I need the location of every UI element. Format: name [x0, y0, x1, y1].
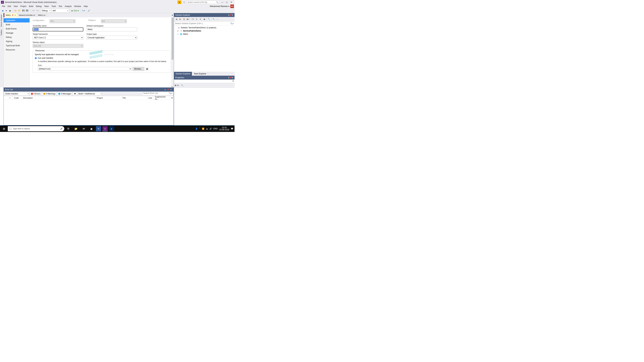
doc-tab-valuescontroller[interactable]: ValuesController.cs: [17, 13, 37, 17]
redo-button[interactable]: ↷▾: [35, 9, 39, 13]
error-list-search[interactable]: Search Error List🔍▾: [142, 92, 173, 96]
ptab-signing[interactable]: Signing: [4, 39, 30, 44]
server-explorer-tab[interactable]: Server Explorer: [0, 13, 2, 28]
ptab-build-events[interactable]: Build Events: [4, 27, 30, 31]
sync-button[interactable]: ◧▾: [186, 18, 190, 21]
errors-filter[interactable]: ✕0 Errors: [30, 92, 42, 96]
menu-help[interactable]: Help: [82, 4, 89, 8]
volume-icon[interactable]: 🔊: [210, 128, 212, 130]
start-debug-button[interactable]: ▶ Start ▾: [70, 10, 80, 12]
browse-icon-button[interactable]: Browse...: [132, 67, 144, 71]
ptab-package[interactable]: Package: [4, 31, 30, 35]
assembly-name-input[interactable]: [33, 28, 83, 31]
pin-icon[interactable]: 📌: [166, 89, 170, 91]
solution-explorer-search[interactable]: Search Solution Explorer (Ctrl+;) 🔍▾: [174, 22, 234, 25]
alphabetical-button[interactable]: A↓: [177, 84, 180, 87]
solution-platform-combo[interactable]: x64: [51, 9, 69, 13]
word-icon[interactable]: W: [96, 126, 101, 131]
show-all-button[interactable]: ⧉: [199, 18, 202, 21]
menu-analyze[interactable]: Analyze: [64, 4, 73, 8]
minimize-button[interactable]: —: [220, 1, 224, 4]
mail-icon[interactable]: ✉: [80, 126, 88, 132]
menu-team[interactable]: Team: [43, 4, 50, 8]
menu-edit[interactable]: Edit: [6, 4, 12, 8]
nav-fwd-button[interactable]: ▾: [4, 9, 8, 13]
col-suppression[interactable]: Suppression St...: [154, 96, 170, 100]
menu-debug[interactable]: Debug: [34, 4, 43, 8]
chrome-icon[interactable]: ◉: [88, 126, 95, 132]
close-panel-icon[interactable]: ✕: [232, 77, 233, 79]
menu-window[interactable]: Window: [73, 4, 82, 8]
close-button[interactable]: ✕: [229, 1, 234, 4]
clear-filter-button[interactable]: ✖: [73, 92, 77, 96]
project-sf-node[interactable]: ▷ ✶ ServiceFabricDemo: [174, 29, 234, 33]
col-project[interactable]: Project: [96, 96, 121, 100]
back-button[interactable]: ◀: [175, 18, 178, 21]
menu-view[interactable]: View: [12, 4, 19, 8]
mic-icon[interactable]: 🎤: [60, 128, 63, 130]
error-scope-combo[interactable]: Entire Solution: [4, 92, 30, 96]
startup-object-combo[interactable]: (Not set)▾: [33, 44, 83, 48]
home-button[interactable]: 🏠: [182, 18, 186, 21]
pin-icon[interactable]: 📌: [12, 15, 14, 16]
close-tab-icon[interactable]: ✕: [14, 14, 16, 16]
ptab-debug[interactable]: Debug: [4, 35, 30, 39]
error-list-header[interactable]: Error List ▾ 📌 ✕: [4, 88, 174, 92]
properties-button[interactable]: 🔧: [208, 18, 211, 21]
col-category[interactable]: ▾: [8, 96, 13, 100]
language-indicator[interactable]: ENG: [214, 128, 218, 130]
messages-filter[interactable]: i0 Messages: [57, 92, 72, 96]
solution-node[interactable]: ◫ Solution 'ServiceFabricDemo' (2 projec…: [174, 26, 234, 29]
quick-launch-input[interactable]: Quick Launch (Ctrl+Q) 🔍: [187, 1, 219, 4]
pin-icon[interactable]: 📌: [229, 14, 232, 16]
default-namespace-input[interactable]: [86, 28, 137, 31]
properties-object-combo[interactable]: ▾: [174, 80, 234, 83]
close-panel-icon[interactable]: ✕: [170, 89, 172, 91]
find-in-files-button[interactable]: 🔎: [87, 9, 90, 13]
scrollbar-thumb[interactable]: [172, 18, 174, 60]
vertical-scrollbar[interactable]: ▴ ▾: [171, 17, 174, 88]
save-button[interactable]: 💾: [22, 9, 25, 13]
tray-overflow-icon[interactable]: ˄: [199, 128, 200, 130]
toolbox-tab[interactable]: Toolbox: [0, 28, 2, 37]
solution-explorer-header[interactable]: Solution Explorer ▾ 📌 ✕: [174, 13, 234, 17]
user-avatar[interactable]: MR: [230, 5, 234, 8]
output-type-combo[interactable]: Console Application▾: [86, 36, 137, 40]
maximize-button[interactable]: ◻: [224, 1, 229, 4]
menu-build[interactable]: Build: [28, 4, 34, 8]
feedback-icon[interactable]: ☺: [182, 1, 186, 4]
start-button[interactable]: ⊞: [0, 126, 8, 132]
signed-in-user[interactable]: Mohammed Ramees ▾: [209, 5, 230, 8]
doc-tab-web1cs[interactable]: Web1.cs: [37, 13, 47, 17]
ptab-typescript[interactable]: TypeScript Build: [4, 44, 30, 48]
task-view-button[interactable]: ⧉: [64, 126, 72, 132]
solution-config-combo[interactable]: Debug: [41, 9, 51, 13]
expand-icon[interactable]: ▷: [178, 33, 179, 35]
menu-tools[interactable]: Tools: [50, 4, 57, 8]
new-project-button[interactable]: ⧉▾: [14, 9, 17, 13]
preview-button[interactable]: ▣: [203, 18, 206, 21]
menu-file[interactable]: File: [1, 4, 6, 8]
tab-solution-explorer[interactable]: Solution Explorer: [174, 72, 192, 76]
visual-studio-icon[interactable]: ◇: [102, 126, 108, 131]
tab-team-explorer[interactable]: Team Explorer: [192, 72, 208, 76]
pin-icon[interactable]: 📌: [229, 77, 232, 79]
ptab-build[interactable]: Build: [4, 23, 30, 27]
menu-project[interactable]: Project: [19, 4, 28, 8]
doc-tab-web1[interactable]: Web1 📌 ✕: [4, 13, 17, 17]
forward-button[interactable]: ▶: [179, 18, 182, 21]
col-code[interactable]: Code: [13, 96, 22, 100]
action-center-icon[interactable]: 💬: [231, 128, 233, 130]
col-file[interactable]: File: [121, 96, 147, 100]
open-file-button[interactable]: 📂: [18, 9, 21, 13]
warnings-filter[interactable]: !0 Warnings: [42, 92, 57, 96]
col-description[interactable]: Description: [22, 96, 96, 100]
doc-tab-overflow[interactable]: ▾: [171, 13, 174, 17]
window-menu-icon[interactable]: ▾: [164, 89, 166, 91]
nav-back-button[interactable]: ◀: [1, 9, 4, 13]
notifications-flag-icon[interactable]: ▾: [178, 1, 182, 4]
project-web1-node[interactable]: ▷ 🌐 Web1: [174, 33, 234, 36]
menu-test[interactable]: Test: [57, 4, 64, 8]
undo-button[interactable]: ↶▾: [32, 9, 35, 13]
col-line[interactable]: Line: [147, 96, 154, 100]
